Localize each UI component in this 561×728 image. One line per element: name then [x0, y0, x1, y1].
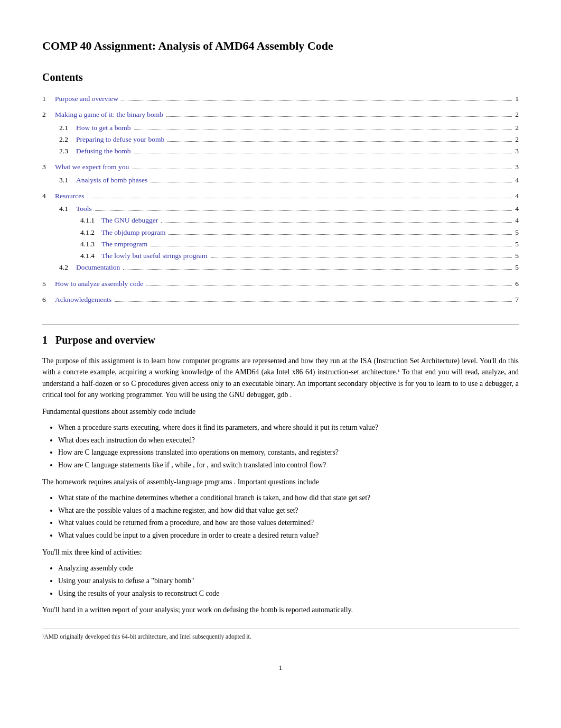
toc-num-4: 4 — [42, 191, 55, 201]
list-item: What does each instruction do when execu… — [58, 435, 519, 446]
toc-num-3-1: 3.1 — [59, 175, 76, 186]
toc-dots-4-1-1 — [161, 222, 512, 223]
toc-dots-2-1 — [134, 130, 512, 130]
toc-link-2-1[interactable]: How to get a bomb — [76, 123, 131, 133]
toc-item-3-1[interactable]: 3.1 Analysis of bomb phases 4 — [42, 175, 519, 186]
toc-group-6: 6 Acknowledgements 7 — [42, 294, 519, 305]
section-1-num: 1 — [42, 334, 48, 346]
toc-item-4-1-1[interactable]: 4.1.1 The GNU debugger 4 — [42, 215, 519, 226]
toc-link-4-1-3[interactable]: The nmprogram — [101, 239, 147, 250]
toc-page-4-1: 4 — [515, 204, 519, 214]
toc-num-4-1-4: 4.1.4 — [80, 251, 101, 261]
list-item: Using the results of your analysis to re… — [58, 588, 519, 600]
toc-dots-4 — [87, 198, 512, 198]
section-1: 1 Purpose and overview The purpose of th… — [42, 324, 519, 641]
page-number: 1 — [42, 662, 519, 673]
toc-num-2: 2 — [42, 109, 55, 120]
toc-num-3: 3 — [42, 162, 55, 172]
list-item: What are the possible values of a machin… — [58, 505, 519, 517]
toc-item-6[interactable]: 6 Acknowledgements 7 — [42, 294, 519, 305]
toc-link-3[interactable]: What we expect from you — [55, 162, 129, 172]
toc-link-6[interactable]: Acknowledgements — [55, 294, 111, 305]
section-1-bullets-3: Analyzing assembly code Using your analy… — [58, 563, 519, 599]
toc-page-2-1: 2 — [515, 123, 519, 133]
toc-num-2-1: 2.1 — [59, 123, 76, 133]
toc-page-5: 6 — [515, 279, 519, 289]
toc-item-4-2[interactable]: 4.2 Documentation 5 — [42, 262, 519, 273]
toc-dots-4-1 — [95, 210, 512, 211]
list-item: What values could be input to a given pr… — [58, 530, 519, 541]
toc-group-3: 3 What we expect from you 3 3.1 Analysis… — [42, 162, 519, 186]
toc-item-4-1[interactable]: 4.1 Tools 4 — [42, 204, 519, 214]
toc-item-2-1[interactable]: 2.1 How to get a bomb 2 — [42, 123, 519, 133]
toc-page-6: 7 — [515, 294, 519, 305]
toc-link-4-2[interactable]: Documentation — [76, 262, 120, 273]
toc-num-4-2: 4.2 — [59, 262, 76, 273]
toc-dots-4-1-3 — [151, 246, 512, 246]
footnote-1: ¹AMD originally developed this 64-bit ar… — [42, 629, 519, 641]
toc-link-4-1[interactable]: Tools — [76, 204, 92, 214]
toc-dots-2-2 — [167, 141, 512, 142]
toc-item-4-1-3[interactable]: 4.1.3 The nmprogram 5 — [42, 239, 519, 250]
section-1-title: Purpose and overview — [55, 334, 155, 346]
section-1-para-1: The purpose of this assignment is to lea… — [42, 355, 519, 401]
toc-link-4-1-1[interactable]: The GNU debugger — [101, 215, 158, 226]
toc-link-3-1[interactable]: Analysis of bomb phases — [76, 175, 147, 186]
toc-page-4-2: 5 — [515, 262, 519, 273]
list-item: Analyzing assembly code — [58, 563, 519, 574]
toc-dots-5 — [146, 285, 512, 286]
toc-dots-4-1-4 — [211, 257, 512, 258]
toc-dots-1 — [121, 100, 512, 101]
toc-link-1[interactable]: Purpose and overview — [55, 94, 118, 104]
toc-group-5: 5 How to analyze assembly code 6 — [42, 279, 519, 289]
toc-dots-6 — [115, 301, 512, 302]
list-item: When a procedure starts executing, where… — [58, 422, 519, 434]
toc-page-4-1-2: 5 — [515, 227, 519, 238]
toc-link-2-2[interactable]: Preparing to defuse your bomb — [76, 134, 164, 145]
page-title: COMP 40 Assignment: Analysis of AMD64 As… — [42, 37, 519, 54]
toc-link-4-1-2[interactable]: The objdump program — [101, 227, 165, 238]
toc-item-2-2[interactable]: 2.2 Preparing to defuse your bomb 2 — [42, 134, 519, 145]
toc-page-4-1-3: 5 — [515, 239, 519, 250]
list-item: What values could be returned from a pro… — [58, 518, 519, 529]
toc-num-2-2: 2.2 — [59, 134, 76, 145]
section-1-para-4: You'll mix three kind of activities: — [42, 547, 519, 558]
toc-dots-3 — [132, 169, 512, 169]
list-item: Using your analysis to defuse a "binary … — [58, 576, 519, 587]
toc-page-2-2: 2 — [515, 134, 519, 145]
toc-dots-4-2 — [123, 269, 512, 270]
toc-dots-2 — [166, 116, 512, 117]
toc-item-4-1-2[interactable]: 4.1.2 The objdump program 5 — [42, 227, 519, 238]
toc-num-4-1-1: 4.1.1 — [80, 215, 101, 226]
section-1-heading: 1 Purpose and overview — [42, 324, 519, 348]
toc-item-5[interactable]: 5 How to analyze assembly code 6 — [42, 279, 519, 289]
toc-num-1: 1 — [42, 94, 55, 104]
toc-page-4-1-4: 5 — [515, 251, 519, 261]
toc-link-2-3[interactable]: Defusing the bomb — [76, 146, 131, 156]
toc-page-3: 3 — [515, 162, 519, 172]
toc-item-1[interactable]: 1 Purpose and overview 1 — [42, 94, 519, 104]
toc-item-2[interactable]: 2 Making a game of it: the binary bomb 2 — [42, 109, 519, 120]
table-of-contents: Contents 1 Purpose and overview 1 2 Maki… — [42, 69, 519, 305]
toc-item-3[interactable]: 3 What we expect from you 3 — [42, 162, 519, 172]
section-1-para-3: The homework requires analysis of assemb… — [42, 476, 519, 487]
section-1-para-5: You'll hand in a written report of your … — [42, 604, 519, 615]
toc-item-2-3[interactable]: 2.3 Defusing the bomb 3 — [42, 146, 519, 156]
toc-item-4[interactable]: 4 Resources 4 — [42, 191, 519, 201]
toc-item-4-1-4[interactable]: 4.1.4 The lowly but useful strings progr… — [42, 251, 519, 261]
toc-num-6: 6 — [42, 294, 55, 305]
toc-link-4-1-4[interactable]: The lowly but useful strings program — [101, 251, 208, 261]
toc-link-4[interactable]: Resources — [55, 191, 84, 201]
section-1-bullets-1: When a procedure starts executing, where… — [58, 422, 519, 471]
toc-page-1: 1 — [515, 94, 519, 104]
toc-link-2[interactable]: Making a game of it: the binary bomb — [55, 109, 163, 120]
contents-heading: Contents — [42, 69, 519, 85]
toc-group-4: 4 Resources 4 4.1 Tools 4 4.1.1 The GNU … — [42, 191, 519, 273]
list-item: How are C language statements like if , … — [58, 460, 519, 471]
toc-num-4-1: 4.1 — [59, 204, 76, 214]
toc-dots-3-1 — [151, 182, 512, 182]
toc-page-3-1: 4 — [515, 175, 519, 186]
toc-link-5[interactable]: How to analyze assembly code — [55, 279, 143, 289]
section-1-para-2: Fundamental questions about assembly cod… — [42, 406, 519, 417]
toc-page-2-3: 3 — [515, 146, 519, 156]
